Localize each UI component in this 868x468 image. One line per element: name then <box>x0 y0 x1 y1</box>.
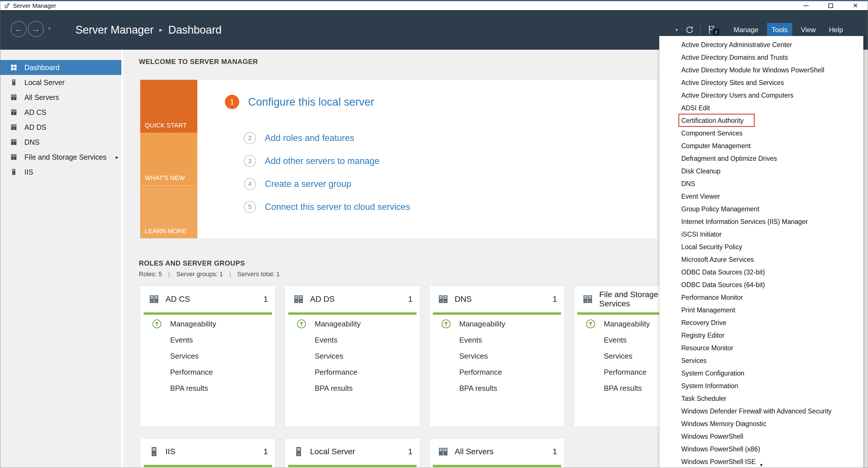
sidebar-item-file-storage-services[interactable]: File and Storage Services ▶ <box>0 150 121 165</box>
tile-link-manageability[interactable]: Manageability <box>140 316 275 332</box>
menu-scroll-down-icon[interactable]: ▼ <box>759 463 764 467</box>
tools-menu-item[interactable]: Windows Memory Diagnostic <box>659 417 863 430</box>
sidebar-item-dns[interactable]: DNS <box>0 135 121 150</box>
minimize-icon <box>803 5 809 6</box>
close-button[interactable]: ✕ <box>843 1 868 10</box>
tile-link-bpa-results[interactable]: BPA results <box>140 380 275 396</box>
sidebar-item-ad-ds[interactable]: AD DS <box>0 120 121 135</box>
tools-menu-item[interactable]: Windows PowerShell <box>659 430 863 443</box>
tile-link-events[interactable]: Events <box>140 332 275 348</box>
tools-menu-item[interactable]: Resource Monitor <box>659 342 863 354</box>
tools-menu-item[interactable]: Local Security Policy <box>659 241 863 253</box>
tab-whats-new-label: WHAT'S NEW <box>145 174 185 182</box>
sidebar-item-dashboard[interactable]: Dashboard <box>0 60 121 75</box>
tile-header[interactable]: AD CS 1 <box>140 286 275 312</box>
menu-help[interactable]: Help <box>825 23 848 37</box>
tools-menu-item[interactable]: System Information <box>659 380 863 392</box>
tile-header[interactable]: DNS 1 <box>429 286 564 312</box>
tools-menu-item[interactable]: Active Directory Module for Windows Powe… <box>659 64 863 77</box>
tools-menu-item[interactable]: Computer Management <box>659 140 863 152</box>
tile-link-performance[interactable]: Performance <box>285 364 420 380</box>
tools-menu-item[interactable]: Windows Defender Firewall with Advanced … <box>659 405 863 417</box>
tile-header[interactable]: IIS 1 <box>140 438 275 465</box>
tile-link-services[interactable]: Services <box>140 348 275 364</box>
sidebar-item-all-servers[interactable]: All Servers <box>0 90 121 105</box>
tile-header[interactable]: All Servers 1 <box>429 438 564 465</box>
welcome-tabs-strip: QUICK START WHAT'S NEW LEARN MORE <box>140 80 197 238</box>
tools-menu-item[interactable]: Active Directory Users and Computers <box>659 89 863 101</box>
link-connect-cloud-services[interactable]: Connect this server to cloud services <box>265 201 410 213</box>
tools-menu-item[interactable]: Event Viewer <box>659 190 863 203</box>
sidebar-item-local-server[interactable]: Local Server <box>0 75 121 90</box>
tile-title: AD DS <box>310 295 335 304</box>
tools-menu-item[interactable]: Active Directory Administrative Center <box>659 38 863 51</box>
tools-menu-item[interactable]: Internet Information Services (IIS) Mana… <box>659 215 863 228</box>
expand-chevron-icon[interactable]: ▶ <box>116 155 119 159</box>
all-servers-tile-icon <box>437 446 449 457</box>
tile-link-bpa-results[interactable]: BPA results <box>429 380 564 396</box>
tile-link-services[interactable]: Services <box>285 348 420 364</box>
tile-row-label: Manageability <box>604 320 650 328</box>
header-separator <box>700 25 701 35</box>
tools-menu-item[interactable]: Windows PowerShell (x86) <box>659 443 863 456</box>
tile-link-events[interactable]: Events <box>429 332 564 348</box>
tools-menu-item[interactable]: DNS <box>659 177 863 190</box>
maximize-button[interactable] <box>818 1 843 10</box>
link-add-other-servers[interactable]: Add other servers to manage <box>265 155 379 167</box>
tile-server-count: 1 <box>263 447 268 456</box>
server-icon <box>10 79 18 86</box>
tile-link-performance[interactable]: Performance <box>429 364 564 380</box>
tile-link-bpa-results[interactable]: BPA results <box>285 380 420 396</box>
tile-link-events[interactable]: Events <box>285 332 420 348</box>
tab-whats-new[interactable]: WHAT'S NEW <box>140 133 197 185</box>
tile-link-services[interactable]: Services <box>429 348 564 364</box>
tools-menu-item[interactable]: Microsoft Azure Services <box>659 253 863 266</box>
refresh-button[interactable] <box>685 26 694 34</box>
nav-history-caret-icon[interactable]: ▼ <box>47 26 51 31</box>
tile-link-manageability[interactable]: Manageability <box>285 316 420 332</box>
tools-menu-item[interactable]: Group Policy Management <box>659 203 863 215</box>
tools-menu-item[interactable]: Registry Editor <box>659 329 863 342</box>
tools-menu-item[interactable]: Active Directory Domains and Trusts <box>659 51 863 64</box>
tile-header[interactable]: AD DS 1 <box>285 286 420 312</box>
tools-menu-item[interactable]: Defragment and Optimize Drives <box>659 152 863 165</box>
tools-menu-item[interactable]: iSCSI Initiator <box>659 228 863 241</box>
link-configure-local-server[interactable]: Configure this local server <box>248 95 374 109</box>
tools-menu-item[interactable]: System Configuration <box>659 367 863 380</box>
link-create-server-group[interactable]: Create a server group <box>265 178 351 190</box>
tools-menu-item[interactable]: Print Management <box>659 304 863 316</box>
tools-menu-item[interactable]: ADSI Edit <box>659 101 863 114</box>
forward-button[interactable]: → <box>28 21 44 37</box>
local-server-tile-icon <box>293 446 304 457</box>
dns-tile-icon <box>437 293 449 305</box>
tools-menu-item[interactable]: Task Scheduler <box>659 392 863 405</box>
sidebar-item-iis[interactable]: IIS <box>0 165 121 179</box>
tools-menu-item[interactable]: Disk Cleanup <box>659 165 863 177</box>
tile-row-label: Manageability <box>170 320 216 328</box>
tools-menu-item[interactable]: ODBC Data Sources (64-bit) <box>659 279 863 291</box>
tile-link-manageability[interactable]: Manageability <box>429 316 564 332</box>
menu-tools[interactable]: Tools <box>767 23 792 37</box>
tile-header[interactable]: Local Server 1 <box>285 438 420 465</box>
sidebar-item-ad-cs[interactable]: AD CS <box>0 105 121 120</box>
link-add-roles-features[interactable]: Add roles and features <box>265 132 354 144</box>
summary-divider: | <box>168 270 170 277</box>
breadcrumb-root[interactable]: Server Manager <box>75 24 153 36</box>
minimize-button[interactable] <box>794 1 818 10</box>
server-dropdown-caret-icon[interactable]: ▼ <box>675 28 678 32</box>
tools-menu-item[interactable]: Recovery Drive <box>659 316 863 329</box>
window-title: Server Manager <box>13 1 56 10</box>
menu-manage[interactable]: Manage <box>729 23 763 37</box>
tile-link-performance[interactable]: Performance <box>140 364 275 380</box>
tools-menu-item[interactable]: Component Services <box>659 127 863 140</box>
notifications-flag-button[interactable]: 2 <box>708 25 716 34</box>
breadcrumb-current[interactable]: Dashboard <box>168 24 222 36</box>
back-button[interactable]: ← <box>10 21 27 37</box>
tab-quick-start[interactable]: QUICK START <box>140 80 197 133</box>
tab-learn-more[interactable]: LEARN MORE <box>140 185 197 238</box>
tools-menu-item[interactable]: Active Directory Sites and Services <box>659 77 863 89</box>
tools-menu-item[interactable]: Performance Monitor <box>659 291 863 304</box>
menu-view[interactable]: View <box>796 23 820 37</box>
tools-menu-item[interactable]: Services <box>659 354 863 367</box>
tools-menu-item[interactable]: ODBC Data Sources (32-bit) <box>659 266 863 279</box>
